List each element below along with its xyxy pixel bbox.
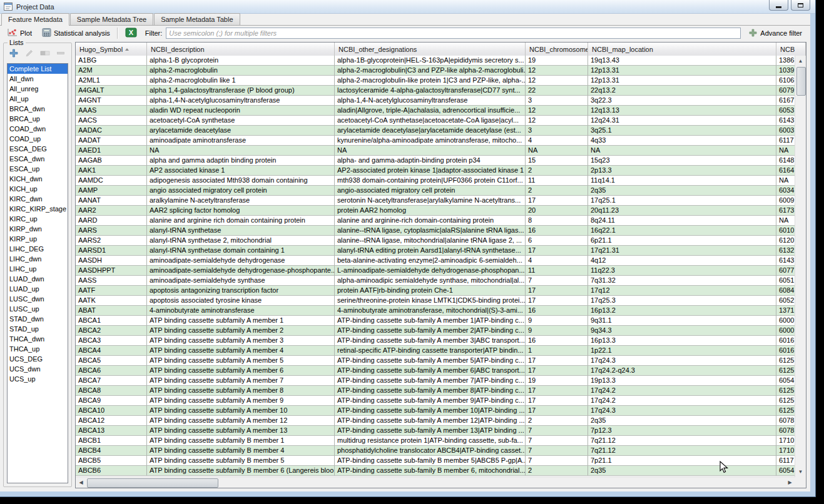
list-item[interactable]: ESCA_DEG [8, 144, 68, 154]
table-cell[interactable]: 17 [526, 286, 588, 296]
table-cell[interactable]: alpha-1-B glycoprotein [147, 56, 335, 66]
table-row[interactable]: AAR2AAR2 splicing factor homologprotein … [76, 206, 795, 216]
table-cell[interactable]: A1BG [76, 56, 147, 66]
list-item[interactable]: LIHC_dwn [8, 254, 68, 264]
table-row[interactable]: ABCA8ATP binding cassette subfamily A me… [76, 386, 795, 396]
table-cell[interactable]: aralkylamine N-acetyltransferase [147, 196, 335, 206]
table-cell[interactable]: aladin WD repeat nucleoporin [147, 106, 335, 116]
table-cell[interactable]: AAR2 splicing factor homolog [147, 206, 335, 216]
table-cell[interactable]: 3 [526, 96, 588, 106]
table-row[interactable]: ABCA7ATP binding cassette subfamily A me… [76, 376, 795, 386]
table-cell[interactable]: 20 [526, 206, 588, 216]
table-cell[interactable]: 6143 [776, 116, 795, 126]
table-cell[interactable]: ATP binding cassette subfamily A member … [147, 316, 335, 326]
table-cell[interactable]: ATP-binding cassette sub-family A member… [335, 396, 526, 406]
table-cell[interactable]: ATP binding cassette subfamily B member … [147, 436, 335, 446]
table-cell[interactable]: beta-alanine-activating enzyme|2-aminoad… [335, 256, 526, 266]
table-cell[interactable]: 2 [526, 166, 588, 176]
table-cell[interactable]: AARS [76, 226, 147, 236]
table-cell[interactable]: 12p13.31 [588, 66, 776, 76]
table-cell[interactable]: alpha 1,4-galactosyltransferase (P blood… [147, 86, 335, 96]
table-row[interactable]: AARSD1alanyl-tRNA synthetase domain cont… [76, 246, 795, 256]
table-cell[interactable]: alanyl-tRNA synthetase 2, mitochondrial [147, 236, 335, 246]
table-cell[interactable]: AAGAB [76, 156, 147, 166]
table-cell[interactable]: 6125 [776, 386, 795, 396]
table-cell[interactable]: ABCB6 [76, 466, 147, 476]
list-item[interactable]: THCA_up [8, 344, 68, 354]
table-row[interactable]: AACSacetoacetyl-CoA synthetaseacetoacety… [76, 116, 795, 126]
plot-button[interactable]: Plot [4, 27, 35, 39]
table-cell[interactable]: 7 [526, 276, 588, 286]
table-cell[interactable]: 19p13.3 [588, 376, 776, 386]
table-cell[interactable]: ATP binding cassette subfamily A member … [147, 426, 335, 436]
tab-feature-metadata[interactable]: Feature Metadata [1, 13, 69, 26]
table-cell[interactable]: ATP-binding cassette sub-family A member… [335, 406, 526, 416]
table-cell[interactable]: ATP binding cassette subfamily A member … [147, 366, 335, 376]
table-cell[interactable]: 17q24.2 [588, 386, 776, 396]
scroll-left-button[interactable]: ◀ [76, 477, 86, 488]
table-cell[interactable]: ATP-binding cassette sub-family A member… [335, 316, 526, 326]
tab-sample-metadata-tree[interactable]: Sample Metadata Tree [70, 13, 153, 25]
table-cell[interactable]: 6052 [776, 296, 795, 306]
table-row[interactable]: ABCA13ATP binding cassette subfamily A m… [76, 426, 795, 436]
table-cell[interactable]: 15q23 [588, 156, 776, 166]
table-cell[interactable]: AAMDC [76, 176, 147, 186]
table-row[interactable]: AATFapoptosis antagonizing transcription… [76, 286, 795, 296]
list-item[interactable]: COAD_up [8, 134, 68, 144]
table-cell[interactable]: 2p13.3 [588, 166, 776, 176]
column-header-ncbi_description[interactable]: NCBI_description [147, 43, 335, 56]
table-row[interactable]: ABCA1ATP binding cassette subfamily A me… [76, 316, 795, 326]
filter-input[interactable] [166, 28, 741, 39]
table-cell[interactable]: 12 [526, 116, 588, 126]
table-cell[interactable]: 2q35 [588, 466, 776, 476]
table-cell[interactable]: ABCB4 [76, 446, 147, 456]
table-cell[interactable]: 17q25.1 [588, 196, 776, 206]
table-cell[interactable]: 7q21.12 [588, 436, 776, 446]
table-cell[interactable]: AANAT [76, 196, 147, 206]
table-cell[interactable]: ABCA3 [76, 336, 147, 346]
table-cell[interactable]: 7 [526, 436, 588, 446]
list-item[interactable]: BRCA_dwn [8, 104, 68, 114]
table-cell[interactable]: ATP binding cassette subfamily B member … [147, 466, 335, 476]
edit-list-icon[interactable] [24, 48, 34, 58]
list-item[interactable]: BRCA_up [8, 114, 68, 124]
list-item[interactable]: ESCA_up [8, 164, 68, 174]
table-cell[interactable]: ATP binding cassette subfamily B member … [147, 446, 335, 456]
table-cell[interactable]: 6125 [776, 356, 795, 366]
table-row[interactable]: AARSalanyl-tRNA synthetasealanine--tRNA … [76, 226, 795, 236]
table-row[interactable]: AAMPangio associated migratory cell prot… [76, 186, 795, 196]
table-cell[interactable]: ABCB5 [76, 456, 147, 466]
table-cell[interactable]: ATP binding cassette subfamily A member … [147, 416, 335, 426]
table-cell[interactable]: 17q21.31 [588, 246, 776, 256]
table-cell[interactable]: aminoadipate-semialdehyde synthase [147, 276, 335, 286]
table-cell[interactable]: L-aminoadipate-semialdehyde dehydrogenas… [335, 266, 526, 276]
table-cell[interactable]: ATP-binding cassette sub-family A member… [335, 416, 526, 426]
table-row[interactable]: ABCA9ATP binding cassette subfamily A me… [76, 396, 795, 406]
table-cell[interactable]: AAMP [76, 186, 147, 196]
table-cell[interactable]: 6164 [776, 166, 795, 176]
table-cell[interactable]: protein AATF|rb-binding protein Che-1 [335, 286, 526, 296]
table-cell[interactable]: 1039 [776, 66, 795, 76]
table-cell[interactable]: aminoadipate-semialdehyde dehydrogenase-… [147, 266, 335, 276]
table-cell[interactable]: ABCA7 [76, 376, 147, 386]
table-cell[interactable]: AADAC [76, 126, 147, 136]
table-cell[interactable]: 7 [526, 426, 588, 436]
table-cell[interactable]: 6051 [776, 276, 795, 286]
table-cell[interactable]: ABCA5 [76, 356, 147, 366]
table-cell[interactable]: 16p13.2 [588, 306, 776, 316]
table-cell[interactable]: ATP-binding cassette sub-family A member… [335, 366, 526, 376]
table-cell[interactable]: 17 [526, 396, 588, 406]
table-cell[interactable]: 11 [526, 176, 588, 186]
table-row[interactable]: AAASaladin WD repeat nucleoporinaladin|A… [76, 106, 795, 116]
table-cell[interactable]: alpha-2-macroglobulin|C3 and PZP-like al… [335, 66, 526, 76]
table-cell[interactable]: lactosylceramide 4-alpha-galactosyltrans… [335, 86, 526, 96]
table-cell[interactable]: 17q12 [588, 286, 776, 296]
table-cell[interactable]: 6000 [776, 316, 795, 326]
table-cell[interactable]: 17 [526, 366, 588, 376]
table-cell[interactable]: 3q22.3 [588, 96, 776, 106]
table-cell[interactable]: ABCA9 [76, 396, 147, 406]
table-cell[interactable]: retinal-specific ATP-binding cassette tr… [335, 346, 526, 356]
list-item[interactable]: LUSC_up [8, 304, 68, 314]
table-cell[interactable]: A2M [76, 66, 147, 76]
table-cell[interactable]: ATP-binding cassette sub-family A member… [335, 426, 526, 436]
